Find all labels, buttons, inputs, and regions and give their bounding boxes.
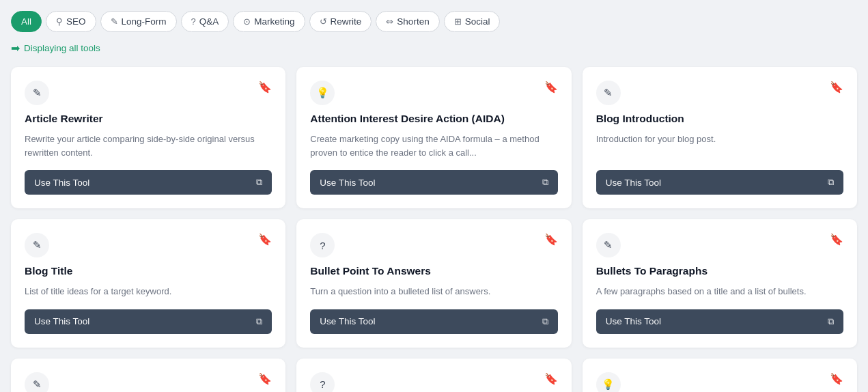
card-icon-bullet-answers: ? — [310, 233, 335, 257]
external-link-icon-aida: ⧉ — [542, 177, 548, 188]
use-tool-label-bullets-paragraphs: Use This Tool — [606, 316, 661, 326]
cards-grid: ✎ 🔖 Article Rewriter Rewrite your articl… — [11, 67, 857, 392]
filter-label-marketing: Marketing — [254, 16, 294, 27]
card-title-blog-title: Blog Title — [25, 264, 272, 278]
filter-icon-qna: ? — [191, 16, 196, 27]
use-tool-button-blog-title[interactable]: Use This Tool ⧉ — [25, 309, 272, 334]
bookmark-button-article-rewriter[interactable]: 🔖 — [258, 81, 272, 94]
card-header-partial-1: ✎ 🔖 — [25, 372, 272, 392]
bookmark-button-aida[interactable]: 🔖 — [544, 81, 558, 94]
filter-tab-qna[interactable]: ?Q&A — [181, 11, 229, 32]
filter-icon-long-form: ✎ — [111, 16, 118, 27]
tool-card-blog-intro: ✎ 🔖 Blog Introduction Introduction for y… — [583, 67, 857, 208]
card-header-partial-2: ? 🔖 — [310, 372, 557, 392]
tool-card-bullets-paragraphs: ✎ 🔖 Bullets To Paragraphs A few paragrap… — [583, 219, 857, 348]
external-link-icon-article-rewriter: ⧉ — [256, 177, 262, 188]
card-description-bullets-paragraphs: A few paragraphs based on a title and a … — [596, 285, 843, 298]
bookmark-button-blog-title[interactable]: 🔖 — [258, 233, 272, 246]
display-notice-text: Displaying all tools — [24, 43, 100, 53]
filter-icon-marketing: ⊙ — [243, 16, 251, 27]
card-icon-article-rewriter: ✎ — [25, 81, 49, 105]
use-tool-button-bullet-answers[interactable]: Use This Tool ⧉ — [310, 309, 557, 334]
card-icon-blog-title: ✎ — [25, 233, 49, 257]
filter-icon-seo: ⚲ — [56, 16, 63, 27]
bookmark-button-partial-3[interactable]: 🔖 — [830, 372, 843, 385]
filter-label-social: Social — [465, 16, 490, 27]
filter-label-rewrite: Rewrite — [331, 16, 362, 27]
card-icon-aida: 💡 — [310, 81, 335, 105]
card-header-bullets-paragraphs: ✎ 🔖 — [596, 233, 843, 257]
filter-icon-social: ⊞ — [454, 16, 462, 27]
card-description-blog-title: List of title ideas for a target keyword… — [25, 285, 272, 298]
use-tool-button-bullets-paragraphs[interactable]: Use This Tool ⧉ — [596, 309, 843, 334]
tool-card-bullet-answers: ? 🔖 Bullet Point To Answers Turn a quest… — [296, 219, 571, 348]
bookmark-button-blog-intro[interactable]: 🔖 — [830, 81, 843, 94]
tool-card-partial-2: ? 🔖 — [296, 359, 571, 392]
card-description-bullet-answers: Turn a question into a bulleted list of … — [310, 285, 557, 298]
filter-tab-long-form[interactable]: ✎Long-Form — [100, 11, 177, 32]
card-icon-partial-3: 💡 — [596, 372, 621, 392]
card-title-bullets-paragraphs: Bullets To Paragraphs — [596, 264, 843, 278]
tool-card-partial-3: 💡 🔖 — [583, 359, 857, 392]
external-link-icon-bullet-answers: ⧉ — [542, 316, 548, 327]
external-link-icon-bullets-paragraphs: ⧉ — [828, 316, 834, 327]
external-link-icon-blog-title: ⧉ — [256, 316, 262, 327]
use-tool-label-article-rewriter: Use This Tool — [34, 178, 89, 188]
tool-card-partial-1: ✎ 🔖 — [11, 359, 285, 392]
filter-icon-rewrite: ↺ — [320, 16, 327, 27]
filter-tab-marketing[interactable]: ⊙Marketing — [233, 11, 305, 32]
tool-card-aida: 💡 🔖 Attention Interest Desire Action (AI… — [296, 67, 571, 208]
filter-label-all: All — [21, 16, 31, 27]
card-title-bullet-answers: Bullet Point To Answers — [310, 264, 557, 278]
bookmark-button-partial-1[interactable]: 🔖 — [258, 372, 272, 385]
filter-tab-social[interactable]: ⊞Social — [444, 11, 501, 32]
bookmark-button-partial-2[interactable]: 🔖 — [544, 372, 558, 385]
card-icon-bullets-paragraphs: ✎ — [596, 233, 621, 257]
card-title-blog-intro: Blog Introduction — [596, 112, 843, 126]
use-tool-label-aida: Use This Tool — [320, 178, 375, 188]
filter-tab-rewrite[interactable]: ↺Rewrite — [309, 11, 372, 32]
filter-tab-all[interactable]: All — [11, 11, 42, 32]
card-header-aida: 💡 🔖 — [310, 81, 557, 105]
use-tool-label-blog-intro: Use This Tool — [606, 178, 661, 188]
card-title-article-rewriter: Article Rewriter — [25, 112, 272, 126]
external-link-icon-blog-intro: ⧉ — [828, 177, 834, 188]
tool-card-article-rewriter: ✎ 🔖 Article Rewriter Rewrite your articl… — [11, 67, 285, 208]
filter-label-qna: Q&A — [199, 16, 219, 27]
filter-icon-shorten: ⇔ — [386, 16, 393, 27]
card-header-partial-3: 💡 🔖 — [596, 372, 843, 392]
card-icon-partial-2: ? — [310, 372, 335, 392]
card-icon-partial-1: ✎ — [25, 372, 49, 392]
bookmark-button-bullet-answers[interactable]: 🔖 — [544, 233, 558, 246]
card-description-article-rewriter: Rewrite your article comparing side-by-s… — [25, 132, 272, 159]
card-icon-blog-intro: ✎ — [596, 81, 621, 105]
use-tool-button-blog-intro[interactable]: Use This Tool ⧉ — [596, 170, 843, 195]
use-tool-button-article-rewriter[interactable]: Use This Tool ⧉ — [25, 170, 272, 195]
use-tool-label-blog-title: Use This Tool — [34, 316, 89, 326]
bookmark-button-bullets-paragraphs[interactable]: 🔖 — [830, 233, 843, 246]
filter-tab-shorten[interactable]: ⇔Shorten — [376, 11, 439, 32]
card-title-aida: Attention Interest Desire Action (AIDA) — [310, 112, 557, 126]
tool-card-blog-title: ✎ 🔖 Blog Title List of title ideas for a… — [11, 219, 285, 348]
filter-label-seo: SEO — [66, 16, 86, 27]
arrow-icon: ➡ — [11, 42, 20, 55]
card-header-bullet-answers: ? 🔖 — [310, 233, 557, 257]
card-header-article-rewriter: ✎ 🔖 — [25, 81, 272, 105]
display-notice: ➡ Displaying all tools — [11, 42, 857, 55]
card-header-blog-title: ✎ 🔖 — [25, 233, 272, 257]
card-header-blog-intro: ✎ 🔖 — [596, 81, 843, 105]
filter-tab-seo[interactable]: ⚲SEO — [46, 11, 96, 32]
card-description-blog-intro: Introduction for your blog post. — [596, 132, 843, 159]
filter-bar: All⚲SEO✎Long-Form?Q&A⊙Marketing↺Rewrite⇔… — [11, 11, 857, 32]
use-tool-label-bullet-answers: Use This Tool — [320, 316, 375, 326]
filter-label-long-form: Long-Form — [122, 16, 167, 27]
card-description-aida: Create marketing copy using the AIDA for… — [310, 132, 557, 159]
use-tool-button-aida[interactable]: Use This Tool ⧉ — [310, 170, 557, 195]
filter-label-shorten: Shorten — [397, 16, 429, 27]
